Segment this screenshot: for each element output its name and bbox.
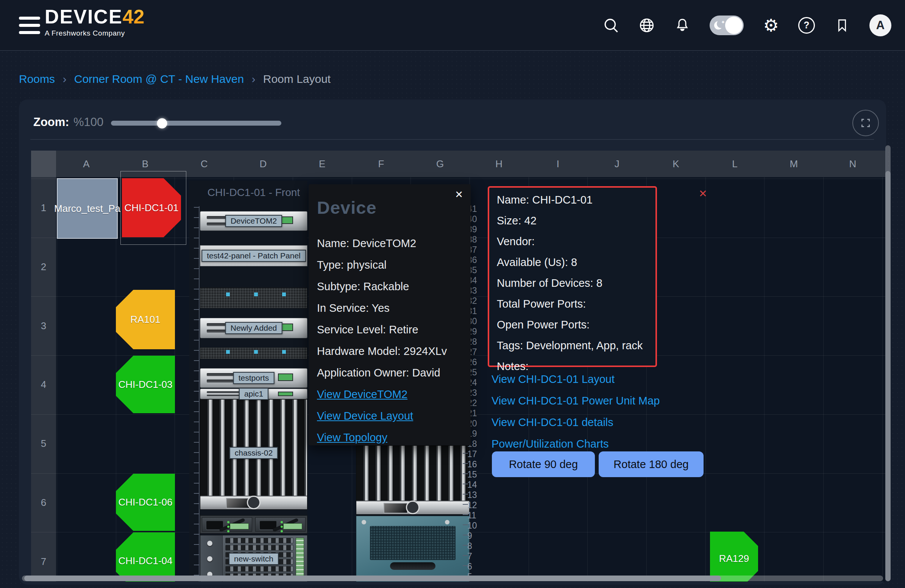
u-tick: [463, 555, 468, 556]
rack-info-box: Name: CHI-DC1-01Size: 42Vendor:Available…: [488, 186, 657, 367]
u-tick: [194, 360, 199, 361]
u-label-8: 8: [467, 541, 480, 551]
column-header-N: N: [823, 151, 882, 177]
u-tick: [194, 442, 199, 443]
rack-cell-RA101[interactable]: RA101: [116, 290, 175, 349]
top-navbar: DEVICE42 A Freshworks Company ✦ ⚙ ? A: [0, 0, 905, 51]
dark-mode-toggle[interactable]: ✦: [710, 16, 744, 35]
port-leds: [226, 350, 286, 354]
breadcrumb-separator: ›: [62, 73, 66, 85]
device-link-View Device Layout[interactable]: View Device Layout: [317, 410, 413, 422]
rack-device[interactable]: [200, 347, 308, 359]
close-icon-red[interactable]: ✕: [699, 188, 707, 200]
row-header-5: 5: [31, 414, 56, 473]
rack-device[interactable]: [200, 288, 308, 308]
device-link-View Topology[interactable]: View Topology: [317, 431, 387, 444]
navbar-actions: ✦ ⚙ ? A: [603, 0, 891, 50]
port-row: [225, 538, 294, 544]
column-header-E: E: [293, 151, 352, 177]
grid-canvas[interactable]: ✕ Device Name: DeviceTOM2Type: physicalS…: [31, 151, 885, 582]
u-tick: [463, 504, 468, 505]
lcd-display: [278, 374, 294, 381]
bookmark-icon[interactable]: [834, 17, 851, 34]
u-tick: [194, 493, 199, 494]
breadcrumb-rooms[interactable]: Rooms: [19, 73, 55, 85]
column-header-C: C: [175, 151, 233, 177]
port-leds: [226, 293, 286, 296]
vertical-scrollbar-thumb[interactable]: [885, 171, 891, 581]
rack-info-field: Name: CHI-DC1-01: [497, 194, 648, 206]
chassis-lcd: [384, 503, 408, 514]
device-field: Application Owner: David: [317, 367, 465, 379]
u-tick: [194, 432, 199, 433]
rack-link-View CHI-DC1-01 Power Unit Map[interactable]: View CHI-DC1-01 Power Unit Map: [492, 395, 660, 407]
column-header-B: B: [116, 151, 175, 177]
rack-device-test42-panel - Patch Panel[interactable]: test42-panel - Patch Panel: [200, 245, 308, 266]
rack-device-testports[interactable]: testports: [200, 368, 308, 388]
horizontal-scrollbar-thumb[interactable]: [24, 575, 721, 581]
zoom-slider-thumb[interactable]: [157, 118, 167, 128]
rack-cell-RA129[interactable]: RA129: [710, 532, 758, 582]
rack-cell-CHI-DC1-01[interactable]: CHI-DC1-01: [122, 178, 181, 237]
breadcrumb-room[interactable]: Corner Room @ CT - New Haven: [74, 73, 244, 85]
rack-device[interactable]: [356, 445, 470, 515]
fullscreen-button[interactable]: [853, 110, 879, 136]
gear-icon[interactable]: ⚙: [763, 17, 779, 34]
rack-device-apic1[interactable]: apic1: [200, 388, 308, 399]
u-tick: [194, 227, 199, 228]
zoom-value: %100: [73, 116, 103, 129]
u-tick: [463, 494, 468, 494]
avatar[interactable]: A: [869, 14, 891, 36]
vendor-logo: [406, 501, 419, 514]
u-tick: [194, 472, 199, 473]
column-header-A: A: [57, 151, 116, 177]
brand-number: 42: [123, 6, 144, 28]
rack-cell-Marco_test_Pa[interactable]: Marco_test_Pa: [57, 178, 118, 239]
status-leds: [227, 521, 229, 523]
column-header-J: J: [587, 151, 646, 177]
search-icon[interactable]: [603, 17, 619, 34]
close-icon[interactable]: ✕: [455, 189, 463, 201]
rack-info-field: Vendor:: [497, 235, 648, 248]
rack-info-field: Open Power Ports:: [497, 319, 648, 331]
globe-icon[interactable]: [638, 17, 655, 34]
u-tick: [194, 309, 199, 310]
u-tick: [194, 238, 199, 238]
rotate-180-button[interactable]: Rotate 180 deg: [599, 452, 703, 477]
row-header-7: 7: [31, 532, 56, 582]
rotate-90-button[interactable]: Rotate 90 deg: [492, 452, 595, 477]
u-tick: [463, 535, 468, 536]
brand-logo[interactable]: DEVICE42 A Freshworks Company: [45, 7, 144, 37]
rack-device[interactable]: [356, 516, 470, 582]
rack-link-View CHI-DC1-01 details[interactable]: View CHI-DC1-01 details: [492, 416, 613, 429]
rack-device[interactable]: [200, 515, 308, 534]
u-tick: [194, 411, 199, 412]
row-header-3: 3: [31, 296, 56, 355]
u-tick: [463, 545, 468, 546]
zoom-slider[interactable]: [111, 121, 281, 126]
rack-cell-CHI-DC1-04[interactable]: CHI-DC1-04: [116, 533, 175, 582]
u-tick: [194, 544, 199, 545]
column-header-K: K: [646, 151, 705, 177]
help-icon[interactable]: ?: [798, 17, 815, 34]
rack-cell-CHI-DC1-03[interactable]: CHI-DC1-03: [116, 356, 175, 413]
rack-link-Power/Utilization Charts[interactable]: Power/Utilization Charts: [492, 438, 608, 450]
status-leds: [281, 521, 283, 523]
row-header-2: 2: [31, 238, 56, 296]
bell-icon[interactable]: [674, 17, 691, 34]
device-link-View DeviceTOM2[interactable]: View DeviceTOM2: [317, 388, 407, 401]
chassis-lcd: [226, 498, 250, 509]
rack-device-DeviceTOM2[interactable]: DeviceTOM2: [200, 211, 308, 231]
u-tick: [194, 452, 199, 453]
rack-device-new-switch[interactable]: new-switch: [200, 535, 308, 582]
rack-cell-CHI-DC1-06[interactable]: CHI-DC1-06: [116, 474, 175, 531]
u-tick: [194, 207, 199, 208]
rack-device-Newly Added[interactable]: Newly Added: [200, 318, 308, 338]
rack-device-chassis-02[interactable]: chassis-02: [200, 399, 308, 510]
rack-link-View CHI-DC1-01 Layout[interactable]: View CHI-DC1-01 Layout: [492, 373, 614, 385]
rack-cell-label: CHI-DC1-01: [124, 202, 178, 214]
breadcrumb-current: Room Layout: [263, 73, 330, 85]
u-scale-rail: [199, 206, 200, 582]
u-tick: [194, 319, 199, 320]
menu-icon[interactable]: [19, 17, 40, 34]
